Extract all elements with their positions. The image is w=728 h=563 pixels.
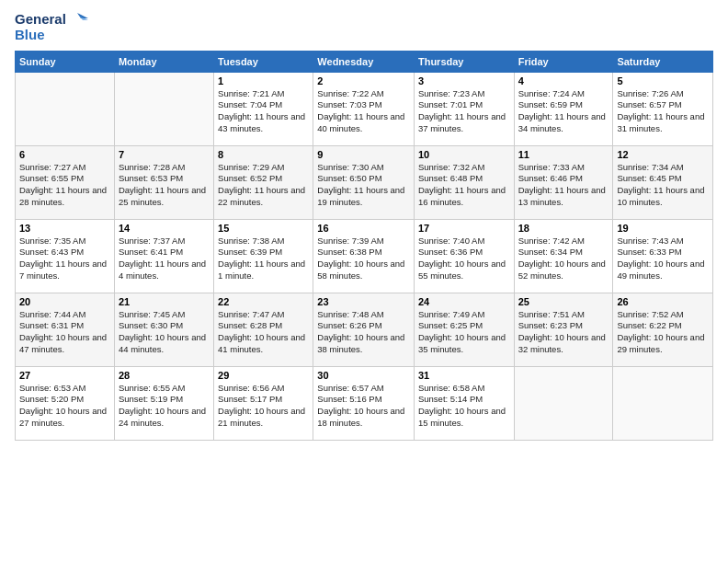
day-number: 9	[317, 149, 410, 160]
cell-content: Sunrise: 7:29 AMSunset: 6:52 PMDaylight:…	[218, 162, 305, 207]
cell-content: Sunrise: 7:35 AMSunset: 6:43 PMDaylight:…	[19, 236, 107, 281]
day-number: 2	[317, 75, 410, 86]
cell-content: Sunrise: 7:43 AMSunset: 6:33 PMDaylight:…	[617, 236, 704, 281]
calendar-cell: 30Sunrise: 6:57 AMSunset: 5:16 PMDayligh…	[313, 366, 415, 440]
calendar-cell: 6Sunrise: 7:27 AMSunset: 6:55 PMDaylight…	[16, 145, 115, 219]
cell-content: Sunrise: 7:52 AMSunset: 6:22 PMDaylight:…	[617, 309, 704, 354]
calendar-cell: 31Sunrise: 6:58 AMSunset: 5:14 PMDayligh…	[414, 366, 514, 440]
calendar-cell	[514, 366, 613, 440]
calendar-cell: 4Sunrise: 7:24 AMSunset: 6:59 PMDaylight…	[514, 72, 613, 145]
day-number: 13	[19, 223, 110, 234]
calendar-cell: 23Sunrise: 7:48 AMSunset: 6:26 PMDayligh…	[313, 293, 415, 366]
calendar-cell: 1Sunrise: 7:21 AMSunset: 7:04 PMDaylight…	[214, 72, 313, 145]
calendar-cell: 3Sunrise: 7:23 AMSunset: 7:01 PMDaylight…	[414, 72, 514, 145]
cell-content: Sunrise: 7:24 AMSunset: 6:59 PMDaylight:…	[518, 88, 606, 133]
day-number: 7	[119, 149, 210, 160]
cell-content: Sunrise: 7:22 AMSunset: 7:03 PMDaylight:…	[317, 88, 404, 133]
cell-content: Sunrise: 7:37 AMSunset: 6:41 PMDaylight:…	[119, 236, 206, 281]
day-number: 29	[218, 370, 309, 381]
calendar-cell: 27Sunrise: 6:53 AMSunset: 5:20 PMDayligh…	[16, 366, 115, 440]
cell-content: Sunrise: 7:33 AMSunset: 6:46 PMDaylight:…	[518, 162, 606, 207]
day-number: 30	[317, 370, 410, 381]
cell-content: Sunrise: 6:53 AMSunset: 5:20 PMDaylight:…	[19, 383, 107, 428]
calendar-cell: 24Sunrise: 7:49 AMSunset: 6:25 PMDayligh…	[414, 293, 514, 366]
cell-content: Sunrise: 7:23 AMSunset: 7:01 PMDaylight:…	[418, 88, 506, 133]
cell-content: Sunrise: 7:21 AMSunset: 7:04 PMDaylight:…	[218, 88, 305, 133]
calendar-cell: 7Sunrise: 7:28 AMSunset: 6:53 PMDaylight…	[114, 145, 213, 219]
cell-content: Sunrise: 7:40 AMSunset: 6:36 PMDaylight:…	[418, 236, 506, 281]
calendar-table: SundayMondayTuesdayWednesdayThursdayFrid…	[15, 51, 713, 441]
calendar-cell: 2Sunrise: 7:22 AMSunset: 7:03 PMDaylight…	[313, 72, 415, 145]
day-number: 4	[518, 75, 609, 86]
cell-content: Sunrise: 7:44 AMSunset: 6:31 PMDaylight:…	[19, 309, 107, 354]
calendar-cell: 28Sunrise: 6:55 AMSunset: 5:19 PMDayligh…	[114, 366, 213, 440]
day-number: 14	[119, 223, 210, 234]
day-number: 27	[19, 370, 110, 381]
logo: General Blue	[15, 11, 88, 43]
cell-content: Sunrise: 7:38 AMSunset: 6:39 PMDaylight:…	[218, 236, 305, 281]
day-number: 21	[119, 296, 210, 307]
cell-content: Sunrise: 7:39 AMSunset: 6:38 PMDaylight:…	[317, 236, 404, 281]
cell-content: Sunrise: 7:51 AMSunset: 6:23 PMDaylight:…	[518, 309, 606, 354]
cell-content: Sunrise: 6:57 AMSunset: 5:16 PMDaylight:…	[317, 383, 404, 428]
day-number: 10	[418, 149, 510, 160]
calendar-cell: 11Sunrise: 7:33 AMSunset: 6:46 PMDayligh…	[514, 145, 613, 219]
calendar-cell: 19Sunrise: 7:43 AMSunset: 6:33 PMDayligh…	[613, 219, 713, 293]
day-number: 15	[218, 223, 309, 234]
cell-content: Sunrise: 7:48 AMSunset: 6:26 PMDaylight:…	[317, 309, 404, 354]
weekday-header: Sunday	[16, 51, 115, 72]
cell-content: Sunrise: 6:58 AMSunset: 5:14 PMDaylight:…	[418, 383, 506, 428]
calendar-cell: 12Sunrise: 7:34 AMSunset: 6:45 PMDayligh…	[613, 145, 713, 219]
cell-content: Sunrise: 7:47 AMSunset: 6:28 PMDaylight:…	[218, 309, 305, 354]
calendar-cell	[114, 72, 213, 145]
cell-content: Sunrise: 7:32 AMSunset: 6:48 PMDaylight:…	[418, 162, 506, 207]
day-number: 22	[218, 296, 309, 307]
cell-content: Sunrise: 6:56 AMSunset: 5:17 PMDaylight:…	[218, 383, 305, 428]
cell-content: Sunrise: 7:30 AMSunset: 6:50 PMDaylight:…	[317, 162, 404, 207]
day-number: 23	[317, 296, 410, 307]
day-number: 5	[617, 75, 709, 86]
cell-content: Sunrise: 7:45 AMSunset: 6:30 PMDaylight:…	[119, 309, 206, 354]
calendar-cell: 29Sunrise: 6:56 AMSunset: 5:17 PMDayligh…	[214, 366, 313, 440]
weekday-header: Tuesday	[214, 51, 313, 72]
day-number: 25	[518, 296, 609, 307]
weekday-header: Monday	[114, 51, 213, 72]
calendar-cell: 25Sunrise: 7:51 AMSunset: 6:23 PMDayligh…	[514, 293, 613, 366]
day-number: 11	[518, 149, 609, 160]
day-number: 26	[617, 296, 709, 307]
calendar-cell: 13Sunrise: 7:35 AMSunset: 6:43 PMDayligh…	[16, 219, 115, 293]
weekday-header: Saturday	[613, 51, 713, 72]
day-number: 24	[418, 296, 510, 307]
cell-content: Sunrise: 7:42 AMSunset: 6:34 PMDaylight:…	[518, 236, 606, 281]
calendar-cell: 9Sunrise: 7:30 AMSunset: 6:50 PMDaylight…	[313, 145, 415, 219]
calendar-cell: 21Sunrise: 7:45 AMSunset: 6:30 PMDayligh…	[114, 293, 213, 366]
day-number: 19	[617, 223, 709, 234]
calendar-cell: 18Sunrise: 7:42 AMSunset: 6:34 PMDayligh…	[514, 219, 613, 293]
calendar-cell: 5Sunrise: 7:26 AMSunset: 6:57 PMDaylight…	[613, 72, 713, 145]
day-number: 18	[518, 223, 609, 234]
day-number: 17	[418, 223, 510, 234]
calendar-cell: 20Sunrise: 7:44 AMSunset: 6:31 PMDayligh…	[16, 293, 115, 366]
calendar-cell: 26Sunrise: 7:52 AMSunset: 6:22 PMDayligh…	[613, 293, 713, 366]
calendar-cell: 14Sunrise: 7:37 AMSunset: 6:41 PMDayligh…	[114, 219, 213, 293]
cell-content: Sunrise: 7:28 AMSunset: 6:53 PMDaylight:…	[119, 162, 206, 207]
calendar-cell: 8Sunrise: 7:29 AMSunset: 6:52 PMDaylight…	[214, 145, 313, 219]
weekday-header: Thursday	[414, 51, 514, 72]
calendar-cell: 10Sunrise: 7:32 AMSunset: 6:48 PMDayligh…	[414, 145, 514, 219]
day-number: 8	[218, 149, 309, 160]
calendar-cell: 17Sunrise: 7:40 AMSunset: 6:36 PMDayligh…	[414, 219, 514, 293]
cell-content: Sunrise: 7:27 AMSunset: 6:55 PMDaylight:…	[19, 162, 107, 207]
day-number: 20	[19, 296, 110, 307]
logo-bird-icon	[68, 11, 88, 28]
calendar-cell: 16Sunrise: 7:39 AMSunset: 6:38 PMDayligh…	[313, 219, 415, 293]
day-number: 3	[418, 75, 510, 86]
calendar-cell: 22Sunrise: 7:47 AMSunset: 6:28 PMDayligh…	[214, 293, 313, 366]
page-header: General Blue	[15, 11, 713, 43]
day-number: 28	[119, 370, 210, 381]
cell-content: Sunrise: 6:55 AMSunset: 5:19 PMDaylight:…	[119, 383, 206, 428]
cell-content: Sunrise: 7:26 AMSunset: 6:57 PMDaylight:…	[617, 88, 704, 133]
weekday-header: Wednesday	[313, 51, 415, 72]
calendar-cell: 15Sunrise: 7:38 AMSunset: 6:39 PMDayligh…	[214, 219, 313, 293]
day-number: 16	[317, 223, 410, 234]
calendar-cell	[16, 72, 115, 145]
